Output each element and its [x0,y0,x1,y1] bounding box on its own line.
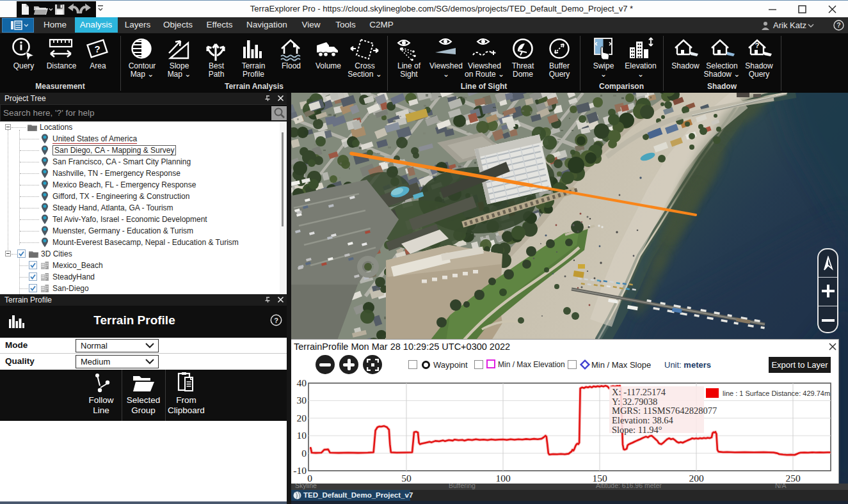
svg-text:150: 150 [592,473,607,484]
svg-text:250: 250 [785,473,801,484]
svg-text:X: -117.25174: X: -117.25174 [612,387,666,397]
svg-text:0: 0 [307,473,312,484]
svg-text:-10: -10 [293,465,307,476]
svg-text:?: ? [274,317,278,324]
svg-text:Slope: 11.94°: Slope: 11.94° [612,425,662,435]
svg-text:200: 200 [689,473,704,484]
svg-text:?: ? [755,42,760,49]
svg-text:20: 20 [297,413,307,423]
svg-text:40: 40 [297,377,307,388]
svg-text:Elevation: 38.64: Elevation: 38.64 [612,415,674,425]
svg-text:MGRS: 11SMS7642828077: MGRS: 11SMS7642828077 [612,406,717,416]
svg-text:30: 30 [297,395,307,406]
svg-text:line : 1 Surface Distance: 429: line : 1 Surface Distance: 429.74m [723,390,830,397]
svg-text:?: ? [94,43,100,54]
svg-text:50: 50 [401,473,412,484]
svg-text:0: 0 [301,448,307,459]
svg-text:100: 100 [495,473,511,484]
svg-text:10: 10 [297,430,307,441]
svg-text:?: ? [836,21,840,29]
